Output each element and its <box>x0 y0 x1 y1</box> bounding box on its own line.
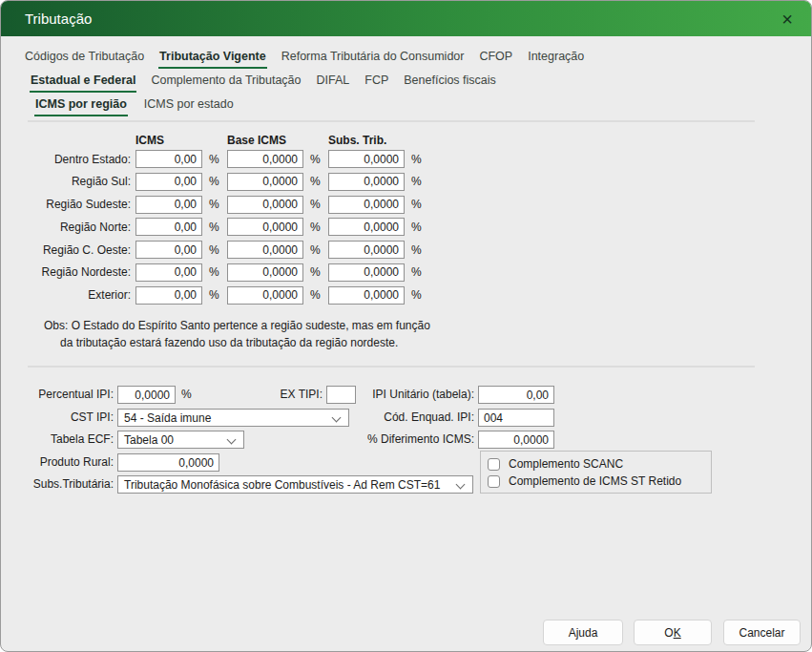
percent-sign: % <box>303 198 328 211</box>
percent-sign: % <box>303 221 328 234</box>
tabela-ecf-label: Tabela ECF: <box>20 431 114 449</box>
base-icms-input[interactable] <box>227 173 303 191</box>
tab-tributacao-vigente[interactable]: Tributação Vigente <box>158 48 267 69</box>
titlebar: Tributação × <box>1 1 811 36</box>
tab-codigos-de-tributacao[interactable]: Códigos de Tributação <box>24 48 145 69</box>
diferimento-icms-label: % Diferimento ICMS: <box>344 431 474 449</box>
table-row-regiao-sul: Região Sul: % % % <box>28 173 429 191</box>
ajuda-button[interactable]: Ajuda <box>543 620 623 645</box>
tab-row-primary: Códigos de Tributação Tributação Vigente… <box>24 48 585 69</box>
percent-sign: % <box>405 198 429 211</box>
base-icms-input[interactable] <box>227 150 303 168</box>
base-icms-input[interactable] <box>227 241 303 259</box>
base-icms-input[interactable] <box>227 286 303 305</box>
table-row-regiao-sudeste: Região Sudeste: % % % <box>28 196 429 214</box>
base-icms-input[interactable] <box>227 196 303 214</box>
icms-input[interactable] <box>135 196 202 214</box>
subs-trib-input[interactable] <box>328 218 405 236</box>
subs-tributaria-select[interactable]: Tributação Monofásica sobre Combustíveis… <box>117 475 473 494</box>
percent-sign: % <box>202 288 227 302</box>
close-icon[interactable]: × <box>781 10 793 29</box>
percent-sign: % <box>202 198 227 211</box>
table-row-exterior: Exterior: % % % <box>28 286 429 305</box>
produto-rural-label: Produto Rural: <box>20 453 114 472</box>
column-header-icms: ICMS <box>135 134 227 147</box>
row-label: Região Sudeste: <box>28 198 131 211</box>
note-line-1: Obs: O Estado do Espírito Santo pertence… <box>44 317 430 334</box>
base-icms-input[interactable] <box>227 218 303 236</box>
percentual-ipi-input[interactable] <box>117 386 176 404</box>
column-header-base-icms: Base ICMS <box>227 134 328 147</box>
percent-sign: % <box>405 265 429 279</box>
icms-input[interactable] <box>135 150 202 168</box>
subs-trib-input[interactable] <box>328 173 405 191</box>
cod-enquad-ipi-input[interactable] <box>478 409 554 427</box>
tab-cfop[interactable]: CFOP <box>478 48 513 69</box>
subs-trib-input[interactable] <box>328 241 405 259</box>
tabela-ecf-selected-value: Tabela 00 <box>124 433 174 447</box>
complemento-scanc-checkbox[interactable] <box>488 458 500 471</box>
cst-ipi-selected-value: 54 - Saída imune <box>124 411 211 425</box>
percent-sign: % <box>303 288 328 302</box>
subs-trib-input[interactable] <box>328 150 405 168</box>
complemento-icms-st-label: Complemento de ICMS ST Retido <box>509 474 681 488</box>
icms-input[interactable] <box>135 263 202 282</box>
row-label: Dentro Estado: <box>28 153 131 166</box>
percent-sign: % <box>303 175 328 188</box>
tab-row-tertiary: ICMS por região ICMS por estado <box>34 95 235 116</box>
ipi-unitario-input[interactable] <box>478 386 554 404</box>
percentual-ipi-label: Percentual IPI: <box>20 386 114 404</box>
ok-button-label: OK <box>664 626 680 640</box>
icms-input[interactable] <box>135 218 202 236</box>
tab-complemento-da-tributacao[interactable]: Complemento da Tributação <box>150 72 302 93</box>
row-label: Região Norte: <box>28 221 131 234</box>
tributacao-dialog: Tributação × Códigos de Tributação Tribu… <box>0 0 812 652</box>
percent-sign: % <box>405 153 429 166</box>
ex-tipi-input[interactable] <box>326 386 356 404</box>
percent-sign: % <box>405 221 429 234</box>
table-row-regiao-norte: Região Norte: % % % <box>28 218 429 236</box>
column-header-subs-trib: Subs. Trib. <box>328 134 386 147</box>
tab-icms-por-estado[interactable]: ICMS por estado <box>143 95 235 116</box>
tab-integracao[interactable]: Integração <box>527 48 585 69</box>
icms-input[interactable] <box>135 286 202 305</box>
cancelar-button-label: Cancelar <box>739 626 784 640</box>
region-grid-header: ICMS Base ICMS Subs. Trib. <box>28 134 386 147</box>
subs-trib-input[interactable] <box>328 196 405 214</box>
complemento-icms-st-checkbox[interactable] <box>488 475 500 488</box>
ipi-unitario-label: IPI Unitário (tabela): <box>364 386 474 404</box>
row-label: Região Nordeste: <box>28 265 131 279</box>
tab-fcp[interactable]: FCP <box>364 72 389 93</box>
diferimento-icms-input[interactable] <box>478 431 554 449</box>
cancelar-button[interactable]: Cancelar <box>723 620 801 645</box>
tabs-divider <box>28 120 755 122</box>
ok-button[interactable]: OK <box>634 620 712 645</box>
percent-sign: % <box>405 175 429 188</box>
tabela-ecf-select[interactable]: Tabela 00 <box>117 431 244 449</box>
subs-trib-input[interactable] <box>328 263 405 282</box>
window-title: Tributação <box>25 11 92 27</box>
percent-sign: % <box>202 265 227 279</box>
subs-trib-input[interactable] <box>328 286 405 305</box>
observation-note: Obs: O Estado do Espírito Santo pertence… <box>44 317 430 351</box>
tab-difal[interactable]: DIFAL <box>316 72 351 93</box>
note-line-2: da tributação estará fazendo uso da trib… <box>44 334 430 351</box>
tab-icms-por-regiao[interactable]: ICMS por região <box>34 95 128 116</box>
base-icms-input[interactable] <box>227 263 303 282</box>
icms-input[interactable] <box>135 241 202 259</box>
region-grid: Dentro Estado: % % % Região Sul: % % % R… <box>28 150 429 309</box>
produto-rural-input[interactable] <box>117 453 219 472</box>
tab-estadual-e-federal[interactable]: Estadual e Federal <box>30 72 136 93</box>
percent-sign: % <box>303 265 328 279</box>
percent-sign: % <box>202 243 227 257</box>
cst-ipi-select[interactable]: 54 - Saída imune <box>117 409 349 427</box>
complemento-scanc-row: Complemento SCANC <box>488 456 623 472</box>
icms-input[interactable] <box>135 173 202 191</box>
table-row-regiao-nordeste: Região Nordeste: % % % <box>28 263 429 282</box>
complemento-scanc-label: Complemento SCANC <box>509 457 623 471</box>
row-label: Exterior: <box>28 288 131 302</box>
tab-beneficios-fiscais[interactable]: Benefícios fiscais <box>403 72 497 93</box>
tab-reforma-tributaria[interactable]: Reforma Tributária do Consumidor <box>281 48 466 69</box>
complemento-icms-st-row: Complemento de ICMS ST Retido <box>488 473 681 489</box>
row-label: Região Sul: <box>28 175 131 188</box>
